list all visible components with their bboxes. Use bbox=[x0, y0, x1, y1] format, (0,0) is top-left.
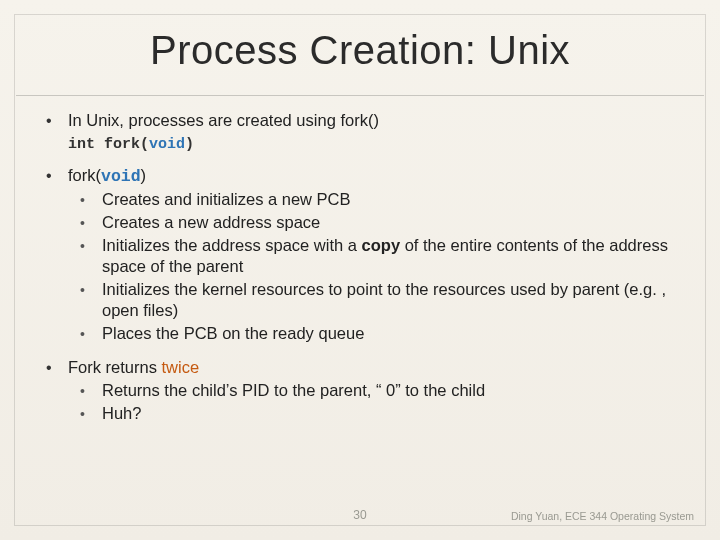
list-item: Initializes the kernel resources to poin… bbox=[80, 279, 692, 321]
list-item: Initializes the address space with a cop… bbox=[80, 235, 692, 277]
code-post: ) bbox=[185, 136, 194, 153]
sub-text: Returns the child’s PID to the parent, “… bbox=[102, 380, 692, 401]
sub-text: Initializes the kernel resources to poin… bbox=[102, 279, 692, 321]
sub-copy: Initializes the address space with a cop… bbox=[102, 235, 692, 277]
bullet-intro: In Unix, processes are created using for… bbox=[40, 110, 692, 155]
fork-suffix: ) bbox=[141, 166, 147, 184]
slide: Process Creation: Unix In Unix, processe… bbox=[0, 0, 720, 540]
bullet-fork-text: fork(void) bbox=[68, 165, 692, 187]
sub-copy-pre: Initializes the address space with a bbox=[102, 236, 362, 254]
list-item: Creates and initializes a new PCB bbox=[80, 189, 692, 210]
sub-text: Creates a new address space bbox=[102, 212, 692, 233]
bullet-icon bbox=[80, 279, 102, 300]
top-list: In Unix, processes are created using for… bbox=[40, 110, 692, 424]
bullet-icon bbox=[40, 110, 68, 131]
fork-prefix: fork( bbox=[68, 166, 101, 184]
code-void: void bbox=[149, 136, 185, 153]
sub-text: Creates and initializes a new PCB bbox=[102, 189, 692, 210]
fork-void: void bbox=[101, 167, 141, 186]
bullet-returns-text: Fork returns twice bbox=[68, 357, 692, 378]
bullet-returns: Fork returns twice Returns the child’s P… bbox=[40, 357, 692, 425]
returns-prefix: Fork returns bbox=[68, 358, 162, 376]
bullet-icon bbox=[40, 357, 68, 378]
bullet-icon bbox=[80, 380, 102, 401]
bullet-icon bbox=[80, 403, 102, 424]
sub-text: Huh? bbox=[102, 403, 692, 424]
bullet-icon bbox=[80, 212, 102, 233]
footer-credit: Ding Yuan, ECE 344 Operating System bbox=[511, 510, 694, 522]
bullet-fork: fork(void) Creates and initializes a new… bbox=[40, 165, 692, 345]
bullet-icon bbox=[40, 165, 68, 186]
list-item: Creates a new address space bbox=[80, 212, 692, 233]
code-pre: int fork( bbox=[68, 136, 149, 153]
slide-title: Process Creation: Unix bbox=[0, 0, 720, 95]
bullet-intro-text: In Unix, processes are created using for… bbox=[68, 110, 692, 131]
slide-body: In Unix, processes are created using for… bbox=[0, 110, 720, 424]
bullet-icon bbox=[80, 189, 102, 210]
sub-copy-bold: copy bbox=[362, 236, 401, 254]
returns-sublist: Returns the child’s PID to the parent, “… bbox=[80, 380, 692, 424]
fork-sublist: Creates and initializes a new PCB Create… bbox=[80, 189, 692, 345]
divider bbox=[16, 95, 704, 96]
bullet-icon bbox=[80, 235, 102, 256]
list-item: Places the PCB on the ready queue bbox=[80, 323, 692, 344]
sub-text: Places the PCB on the ready queue bbox=[102, 323, 692, 344]
bullet-icon bbox=[80, 323, 102, 344]
returns-twice: twice bbox=[162, 358, 200, 376]
list-item: Returns the child’s PID to the parent, “… bbox=[80, 380, 692, 401]
list-item: Huh? bbox=[80, 403, 692, 424]
code-signature: int fork(void) bbox=[68, 135, 692, 154]
